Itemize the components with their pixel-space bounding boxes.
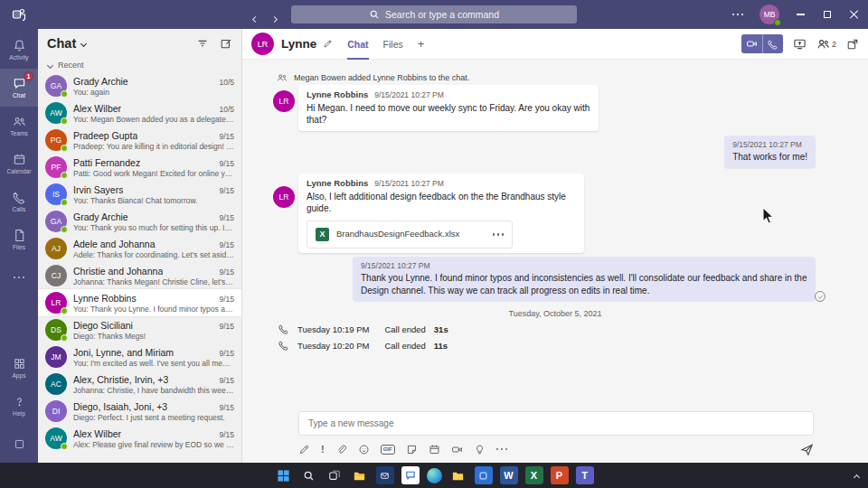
rail-item-more[interactable] xyxy=(0,258,38,296)
format-icon[interactable] xyxy=(298,444,310,455)
rail-item-apps[interactable]: Apps xyxy=(0,349,38,387)
more-compose-options-icon[interactable] xyxy=(496,448,508,451)
gif-icon[interactable]: GIF xyxy=(381,445,395,455)
taskbar-excel[interactable]: X xyxy=(525,466,543,484)
outgoing-message[interactable]: 9/15/2021 10:27 PM That works for me! xyxy=(724,136,816,168)
attach-icon[interactable] xyxy=(335,444,347,455)
presence-icon xyxy=(61,226,68,233)
add-tab-button[interactable]: + xyxy=(418,29,425,60)
message-author: Lynne Robbins xyxy=(307,89,368,101)
taskbar-edge[interactable] xyxy=(427,468,442,483)
taskbar-powerpoint[interactable]: P xyxy=(551,466,569,484)
incoming-message[interactable]: Lynne Robbins9/15/2021 10:27 PM Hi Megan… xyxy=(298,85,599,131)
schedule-icon[interactable] xyxy=(429,444,440,455)
incoming-message[interactable]: Lynne Robbins9/15/2021 10:27 PM Also, I … xyxy=(298,174,584,253)
chat-list-item[interactable]: CJ Christie and Johanna9/15Johanna: Than… xyxy=(38,262,241,289)
call-time: Tuesday 10:19 PM xyxy=(297,324,369,334)
presence-icon xyxy=(61,145,68,152)
read-receipt-icon xyxy=(815,291,826,302)
maximize-button[interactable] xyxy=(814,0,841,29)
chat-list-item[interactable]: IS Irvin Sayers9/15You: Thanks Bianca! C… xyxy=(38,181,241,208)
edit-name-icon[interactable] xyxy=(323,39,333,49)
windows-taskbar: W X P T xyxy=(0,463,868,488)
taskbar-app-2[interactable] xyxy=(475,466,493,484)
share-screen-button[interactable] xyxy=(793,37,807,51)
filter-icon[interactable] xyxy=(196,37,209,50)
chat-list-item[interactable]: AJ Adele and Johanna9/15Adele: Thanks fo… xyxy=(38,235,241,262)
chat-list-item[interactable]: DI Diego, Isaiah, Joni, +39/15Diego: Per… xyxy=(38,398,241,425)
tab-chat[interactable]: Chat xyxy=(347,29,368,60)
recent-section-header[interactable]: Recent xyxy=(38,58,241,72)
taskbar-task-view[interactable] xyxy=(326,466,344,484)
chat-list-item[interactable]: AW Alex Wilber9/15Alex: Please give fina… xyxy=(38,425,241,452)
emoji-icon[interactable] xyxy=(358,444,370,455)
back-button[interactable] xyxy=(253,9,258,25)
tab-files[interactable]: Files xyxy=(383,29,403,60)
chat-list-item[interactable]: PF Patti Fernandez9/15Patti: Good work M… xyxy=(38,154,241,181)
rail-item-calendar[interactable]: Calendar xyxy=(0,145,38,183)
rail-item-help[interactable]: Help xyxy=(0,387,38,425)
presence-icon xyxy=(61,334,68,342)
chat-list-item[interactable]: AW Alex Wilber10/5You: Megan Bowen added… xyxy=(38,99,241,127)
add-participant-button[interactable]: 2 xyxy=(816,37,836,51)
search-bar[interactable]: Search or type a command xyxy=(291,5,577,23)
close-button[interactable] xyxy=(841,0,868,29)
message-input[interactable] xyxy=(298,411,814,436)
new-chat-icon[interactable] xyxy=(220,37,232,50)
meet-now-icon[interactable] xyxy=(451,444,463,455)
taskbar-teams[interactable]: T xyxy=(576,466,594,484)
taskbar-search[interactable] xyxy=(300,466,318,484)
taskbar-start[interactable] xyxy=(275,466,293,484)
more-apps-icon xyxy=(14,277,25,279)
rail-item-teams[interactable]: Teams xyxy=(0,107,38,145)
chevron-down-icon[interactable] xyxy=(80,40,87,46)
chat-list-item[interactable]: GA Grady Archie10/5You: again xyxy=(38,72,241,99)
avatar: PF xyxy=(45,156,67,178)
rail-item-files[interactable]: Files xyxy=(0,221,38,258)
sticker-icon[interactable] xyxy=(406,444,418,455)
video-call-button[interactable] xyxy=(741,34,762,53)
collapse-chevron-icon xyxy=(47,61,53,68)
message-text: That works for me! xyxy=(732,151,807,164)
search-icon xyxy=(369,9,380,20)
rail-item-chat[interactable]: 1 Chat xyxy=(0,69,38,107)
avatar: AC xyxy=(45,373,67,395)
popout-chat-button[interactable] xyxy=(846,38,859,51)
taskbar-folder[interactable] xyxy=(449,466,467,484)
chat-list-item[interactable]: GA Grady Archie9/15You: Thank you so muc… xyxy=(38,208,241,235)
call-duration: 31s xyxy=(434,324,448,334)
forward-button[interactable] xyxy=(272,9,277,25)
priority-icon[interactable]: ! xyxy=(321,444,325,455)
taskbar-file-explorer[interactable] xyxy=(351,466,369,484)
chat-list-item[interactable]: JM Joni, Lynne, and Miriam9/15You: I'm e… xyxy=(38,343,241,371)
file-attachment-card[interactable]: X BrandhausDesignFeedback.xlsx xyxy=(307,221,513,249)
taskbar-app-1[interactable] xyxy=(376,466,394,484)
audio-call-button[interactable] xyxy=(762,34,783,53)
presence-icon xyxy=(61,199,68,206)
chat-list-item[interactable]: DS Diego Siciliani9/15Diego: Thanks Megs… xyxy=(38,316,241,343)
taskbar-chat[interactable] xyxy=(401,466,420,484)
taskbar-show-hidden-icons[interactable] xyxy=(854,467,859,483)
chat-list-panel: Chat Recent GA Grady Archie10/5You: agai… xyxy=(38,29,242,463)
call-button-group xyxy=(741,34,783,53)
minimize-button[interactable] xyxy=(787,0,814,29)
chat-list-item[interactable]: PG Pradeep Gupta9/15Pradeep: You are kil… xyxy=(38,127,241,154)
conversation-avatar[interactable]: LR xyxy=(251,33,274,55)
outgoing-message[interactable]: 9/15/2021 10:27 PM Thank you Lynne. I fo… xyxy=(353,257,816,301)
user-avatar[interactable]: MB xyxy=(760,5,779,24)
taskbar-word[interactable]: W xyxy=(500,466,518,484)
activity-bell-icon xyxy=(13,39,26,52)
chat-list-item[interactable]: AC Alex, Christie, Irvin, +39/15Johanna:… xyxy=(38,371,241,398)
file-options-icon[interactable] xyxy=(493,233,505,236)
presence-icon xyxy=(61,307,68,314)
rail-item-window[interactable] xyxy=(0,425,38,463)
titlebar-more-options-icon[interactable] xyxy=(723,14,753,16)
rail-item-calls[interactable]: Calls xyxy=(0,183,38,221)
file-icon xyxy=(13,229,26,242)
lightbulb-icon[interactable] xyxy=(474,444,486,455)
rail-item-activity[interactable]: Activity xyxy=(0,31,38,69)
send-icon[interactable] xyxy=(800,443,814,456)
call-phone-icon xyxy=(278,340,289,351)
message-list: Megan Bowen added Lynne Robbins to the c… xyxy=(242,60,868,407)
chat-list-item-selected[interactable]: LR Lynne Robbins9/15You: Thank you Lynne… xyxy=(38,289,241,316)
